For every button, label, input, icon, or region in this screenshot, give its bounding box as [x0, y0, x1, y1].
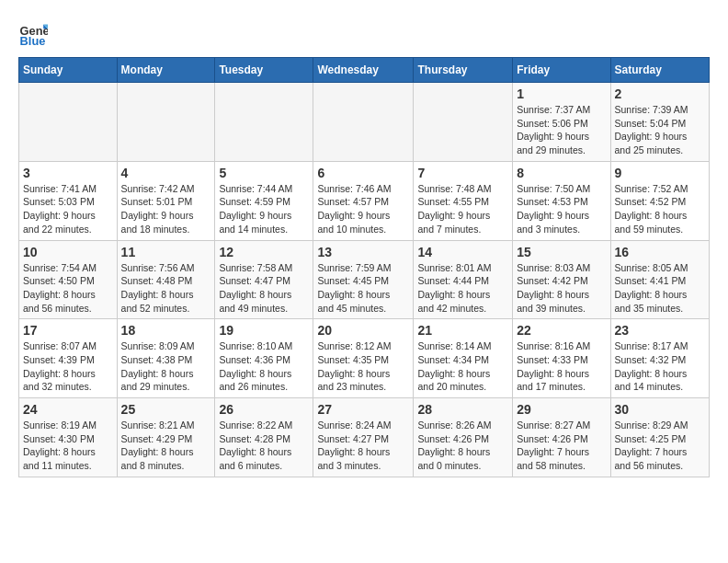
day-number: 5 [219, 166, 309, 180]
calendar-cell: 8Sunrise: 7:50 AM Sunset: 4:53 PM Daylig… [513, 161, 610, 240]
calendar-cell: 23Sunrise: 8:17 AM Sunset: 4:32 PM Dayli… [610, 319, 709, 398]
calendar-cell: 21Sunrise: 8:14 AM Sunset: 4:34 PM Dayli… [414, 319, 513, 398]
calendar-cell [117, 83, 215, 162]
day-info: Sunrise: 7:44 AM Sunset: 4:59 PM Dayligh… [219, 182, 309, 236]
svg-text:Blue: Blue [20, 34, 46, 48]
day-info: Sunrise: 8:12 AM Sunset: 4:35 PM Dayligh… [317, 339, 409, 394]
day-info: Sunrise: 7:46 AM Sunset: 4:57 PM Dayligh… [317, 182, 409, 236]
calendar-cell: 5Sunrise: 7:44 AM Sunset: 4:59 PM Daylig… [215, 161, 313, 240]
day-number: 4 [121, 166, 211, 180]
day-number: 15 [517, 245, 606, 259]
day-number: 29 [517, 402, 606, 417]
calendar-week-row: 3Sunrise: 7:41 AM Sunset: 5:03 PM Daylig… [19, 161, 710, 240]
calendar-cell: 3Sunrise: 7:41 AM Sunset: 5:03 PM Daylig… [19, 161, 118, 240]
logo: General Blue [18, 18, 51, 48]
calendar-cell [19, 83, 118, 162]
day-number: 25 [121, 402, 211, 417]
day-number: 30 [615, 402, 705, 417]
calendar-cell: 9Sunrise: 7:52 AM Sunset: 4:52 PM Daylig… [610, 161, 709, 240]
day-number: 18 [121, 323, 211, 338]
day-number: 9 [615, 166, 705, 180]
day-info: Sunrise: 8:16 AM Sunset: 4:33 PM Dayligh… [517, 339, 606, 394]
calendar-cell: 28Sunrise: 8:26 AM Sunset: 4:26 PM Dayli… [414, 398, 513, 477]
day-header-thursday: Thursday [414, 58, 513, 83]
day-info: Sunrise: 7:41 AM Sunset: 5:03 PM Dayligh… [23, 182, 113, 236]
day-info: Sunrise: 8:10 AM Sunset: 4:36 PM Dayligh… [219, 339, 309, 394]
calendar-cell: 29Sunrise: 8:27 AM Sunset: 4:26 PM Dayli… [513, 398, 610, 477]
calendar-cell: 22Sunrise: 8:16 AM Sunset: 4:33 PM Dayli… [513, 319, 610, 398]
day-info: Sunrise: 7:48 AM Sunset: 4:55 PM Dayligh… [417, 182, 508, 236]
calendar-cell [414, 83, 513, 162]
calendar-week-row: 24Sunrise: 8:19 AM Sunset: 4:30 PM Dayli… [19, 398, 710, 477]
calendar-header-row: SundayMondayTuesdayWednesdayThursdayFrid… [19, 58, 710, 83]
calendar-cell: 14Sunrise: 8:01 AM Sunset: 4:44 PM Dayli… [414, 240, 513, 319]
day-info: Sunrise: 7:56 AM Sunset: 4:48 PM Dayligh… [121, 261, 211, 316]
day-info: Sunrise: 8:29 AM Sunset: 4:25 PM Dayligh… [615, 419, 705, 473]
day-number: 14 [417, 245, 508, 259]
day-info: Sunrise: 7:58 AM Sunset: 4:47 PM Dayligh… [219, 261, 309, 316]
day-number: 2 [615, 86, 705, 101]
day-header-tuesday: Tuesday [215, 58, 313, 83]
day-number: 10 [23, 245, 113, 259]
day-info: Sunrise: 8:01 AM Sunset: 4:44 PM Dayligh… [417, 261, 508, 316]
day-info: Sunrise: 7:54 AM Sunset: 4:50 PM Dayligh… [23, 261, 113, 316]
day-info: Sunrise: 7:52 AM Sunset: 4:52 PM Dayligh… [615, 182, 705, 236]
calendar-cell: 7Sunrise: 7:48 AM Sunset: 4:55 PM Daylig… [414, 161, 513, 240]
calendar-cell: 18Sunrise: 8:09 AM Sunset: 4:38 PM Dayli… [117, 319, 215, 398]
day-info: Sunrise: 8:09 AM Sunset: 4:38 PM Dayligh… [121, 339, 211, 394]
day-number: 17 [23, 323, 113, 338]
day-info: Sunrise: 7:42 AM Sunset: 5:01 PM Dayligh… [121, 182, 211, 236]
calendar-cell: 19Sunrise: 8:10 AM Sunset: 4:36 PM Dayli… [215, 319, 313, 398]
day-info: Sunrise: 8:26 AM Sunset: 4:26 PM Dayligh… [417, 419, 508, 473]
calendar-cell: 4Sunrise: 7:42 AM Sunset: 5:01 PM Daylig… [117, 161, 215, 240]
calendar-cell: 12Sunrise: 7:58 AM Sunset: 4:47 PM Dayli… [215, 240, 313, 319]
day-number: 1 [517, 86, 606, 101]
day-number: 26 [219, 402, 309, 417]
day-number: 20 [317, 323, 409, 338]
page-header: General Blue [18, 18, 710, 48]
calendar-cell: 25Sunrise: 8:21 AM Sunset: 4:29 PM Dayli… [117, 398, 215, 477]
day-number: 24 [23, 402, 113, 417]
day-number: 13 [317, 245, 409, 259]
day-header-monday: Monday [117, 58, 215, 83]
day-number: 7 [417, 166, 508, 180]
calendar-cell: 2Sunrise: 7:39 AM Sunset: 5:04 PM Daylig… [610, 83, 709, 162]
day-number: 6 [317, 166, 409, 180]
day-number: 22 [517, 323, 606, 338]
day-info: Sunrise: 8:07 AM Sunset: 4:39 PM Dayligh… [23, 339, 113, 394]
calendar-cell: 17Sunrise: 8:07 AM Sunset: 4:39 PM Dayli… [19, 319, 118, 398]
day-number: 16 [615, 245, 705, 259]
day-info: Sunrise: 8:03 AM Sunset: 4:42 PM Dayligh… [517, 261, 606, 316]
calendar-cell: 13Sunrise: 7:59 AM Sunset: 4:45 PM Dayli… [313, 240, 414, 319]
day-number: 21 [417, 323, 508, 338]
calendar-cell: 11Sunrise: 7:56 AM Sunset: 4:48 PM Dayli… [117, 240, 215, 319]
day-info: Sunrise: 7:39 AM Sunset: 5:04 PM Dayligh… [615, 103, 705, 157]
calendar-cell [215, 83, 313, 162]
day-info: Sunrise: 7:59 AM Sunset: 4:45 PM Dayligh… [317, 261, 409, 316]
day-number: 11 [121, 245, 211, 259]
calendar-week-row: 1Sunrise: 7:37 AM Sunset: 5:06 PM Daylig… [19, 83, 710, 162]
calendar-cell: 6Sunrise: 7:46 AM Sunset: 4:57 PM Daylig… [313, 161, 414, 240]
day-info: Sunrise: 8:14 AM Sunset: 4:34 PM Dayligh… [417, 339, 508, 394]
calendar-cell: 20Sunrise: 8:12 AM Sunset: 4:35 PM Dayli… [313, 319, 414, 398]
day-number: 12 [219, 245, 309, 259]
calendar-cell: 1Sunrise: 7:37 AM Sunset: 5:06 PM Daylig… [513, 83, 610, 162]
calendar-cell: 30Sunrise: 8:29 AM Sunset: 4:25 PM Dayli… [610, 398, 709, 477]
day-number: 27 [317, 402, 409, 417]
logo-icon: General Blue [18, 18, 48, 48]
day-info: Sunrise: 8:27 AM Sunset: 4:26 PM Dayligh… [517, 419, 606, 473]
calendar-cell: 26Sunrise: 8:22 AM Sunset: 4:28 PM Dayli… [215, 398, 313, 477]
calendar-cell: 15Sunrise: 8:03 AM Sunset: 4:42 PM Dayli… [513, 240, 610, 319]
calendar-cell: 10Sunrise: 7:54 AM Sunset: 4:50 PM Dayli… [19, 240, 118, 319]
day-info: Sunrise: 7:37 AM Sunset: 5:06 PM Dayligh… [517, 103, 606, 157]
day-info: Sunrise: 8:17 AM Sunset: 4:32 PM Dayligh… [615, 339, 705, 394]
calendar-week-row: 10Sunrise: 7:54 AM Sunset: 4:50 PM Dayli… [19, 240, 710, 319]
day-number: 19 [219, 323, 309, 338]
calendar-cell: 24Sunrise: 8:19 AM Sunset: 4:30 PM Dayli… [19, 398, 118, 477]
day-info: Sunrise: 8:24 AM Sunset: 4:27 PM Dayligh… [317, 419, 409, 473]
calendar-cell: 27Sunrise: 8:24 AM Sunset: 4:27 PM Dayli… [313, 398, 414, 477]
day-info: Sunrise: 7:50 AM Sunset: 4:53 PM Dayligh… [517, 182, 606, 236]
calendar-week-row: 17Sunrise: 8:07 AM Sunset: 4:39 PM Dayli… [19, 319, 710, 398]
day-header-friday: Friday [513, 58, 610, 83]
day-number: 3 [23, 166, 113, 180]
